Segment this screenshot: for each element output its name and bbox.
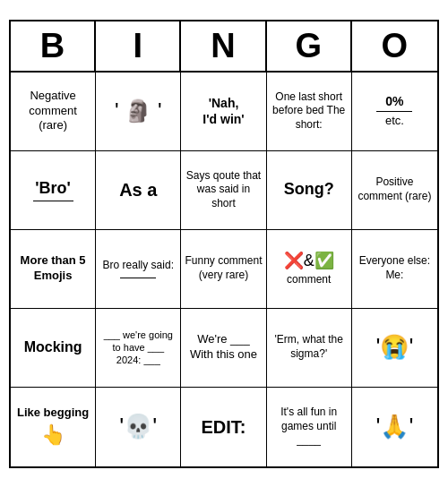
cell-r3c4: '😭' bbox=[352, 309, 437, 388]
cell-r4c1: '💀' bbox=[96, 388, 181, 466]
cell-text-r3c1: ___ we're going to have ___ 2024: ___ bbox=[99, 329, 177, 367]
cell-text-r2c4: Everyone else:Me: bbox=[359, 254, 430, 282]
cell-r0c3: One last short before bed The short: bbox=[267, 73, 352, 151]
cell-r4c4: '🙏' bbox=[352, 388, 437, 466]
cell-text-r2c2: Funny comment (very rare) bbox=[185, 254, 262, 282]
bingo-card: B I N G O Negative comment (rare) ' 🗿 ' … bbox=[9, 20, 439, 468]
cell-line2-r1c0 bbox=[33, 201, 73, 201]
cell-r3c0: Mocking bbox=[11, 309, 96, 388]
cell-blank-r2c1 bbox=[120, 278, 156, 278]
cell-text-r0c2: 'Nah,I'd win' bbox=[202, 95, 244, 127]
header-g: G bbox=[267, 21, 352, 71]
cell-line-r0c4 bbox=[376, 111, 412, 112]
cell-content-r1c0: 'Bro' bbox=[33, 178, 73, 201]
cell-r4c3: It's all fun in games until ____ bbox=[267, 388, 352, 466]
cell-text-r4c0: Like begging bbox=[17, 406, 89, 421]
cell-r4c2: EDIT: bbox=[181, 388, 266, 466]
cell-emoji-r2c3: ❌&✅ bbox=[284, 251, 334, 271]
header-n: N bbox=[181, 21, 266, 71]
cell-r1c1: As a bbox=[96, 151, 181, 230]
bingo-grid: Negative comment (rare) ' 🗿 ' 'Nah,I'd w… bbox=[11, 73, 437, 466]
cell-r2c3: ❌&✅ comment bbox=[267, 230, 352, 309]
cell-edit-r4c2: EDIT: bbox=[201, 415, 246, 439]
cell-r0c0: Negative comment (rare) bbox=[11, 73, 96, 151]
cell-text-r3c3: 'Erm, what the sigma?' bbox=[271, 333, 348, 361]
cell-r3c2: We're ___ With this one bbox=[181, 309, 266, 388]
cell-mock-r3c0: Mocking bbox=[24, 338, 82, 357]
cell-r3c1: ___ we're going to have ___ 2024: ___ bbox=[96, 309, 181, 388]
cell-r0c2: 'Nah,I'd win' bbox=[181, 73, 266, 151]
cell-r1c3: Song? bbox=[267, 151, 352, 230]
cell-r0c1: ' 🗿 ' bbox=[96, 73, 181, 151]
cell-r4c0: Like begging 👆 bbox=[11, 388, 96, 466]
cell-r2c4: Everyone else:Me: bbox=[352, 230, 437, 309]
cell-r0c4: 0% etc. bbox=[352, 73, 437, 151]
cell-text-r0c0: Negative comment (rare) bbox=[14, 89, 91, 134]
cell-bro-r2c1: Bro really said: bbox=[103, 259, 174, 273]
header-i: I bbox=[96, 21, 181, 71]
cell-r3c3: 'Erm, what the sigma?' bbox=[267, 309, 352, 388]
cell-r1c4: Positive comment (rare) bbox=[352, 151, 437, 230]
cell-text-r2c0: More than 5 Emojis bbox=[14, 253, 91, 284]
cell-emoji-r4c1: '💀' bbox=[119, 412, 157, 442]
bingo-header: B I N G O bbox=[11, 21, 437, 73]
cell-icon-r4c0: 👆 bbox=[41, 423, 65, 449]
cell-emoji-r0c1: ' 🗿 ' bbox=[115, 97, 162, 124]
header-o: O bbox=[352, 21, 437, 71]
cell-r2c1: Bro really said: bbox=[96, 230, 181, 309]
cell-content-r2c3: ❌&✅ comment bbox=[284, 251, 334, 287]
cell-text-r4c3: It's all fun in games until ____ bbox=[271, 406, 348, 448]
cell-text-r3c2: We're ___ With this one bbox=[185, 332, 262, 363]
cell-emoji-r4c4: '🙏' bbox=[375, 412, 413, 442]
cell-song-r1c3: Song? bbox=[284, 179, 334, 200]
cell-r1c0: 'Bro' bbox=[11, 151, 96, 230]
cell-r2c0: More than 5 Emojis bbox=[11, 230, 96, 309]
cell-text-r1c2: Says qoute that was said in short bbox=[185, 169, 262, 211]
cell-content-r0c4: 0% etc. bbox=[376, 93, 412, 129]
cell-content-r4c0: Like begging 👆 bbox=[17, 406, 89, 448]
cell-r1c2: Says qoute that was said in short bbox=[181, 151, 266, 230]
cell-content-r2c1: Bro really said: bbox=[103, 259, 174, 279]
cell-text-r1c4: Positive comment (rare) bbox=[356, 175, 434, 203]
header-b: B bbox=[11, 21, 96, 71]
cell-text-r0c3: One last short before bed The short: bbox=[271, 90, 348, 132]
cell-comment-r2c3: comment bbox=[287, 273, 331, 287]
cell-etc-r0c4: etc. bbox=[385, 114, 404, 129]
cell-r2c2: Funny comment (very rare) bbox=[181, 230, 266, 309]
cell-bro-r1c0: 'Bro' bbox=[35, 178, 71, 199]
cell-emoji-r3c4: '😭' bbox=[375, 332, 413, 363]
cell-percent-r0c4: 0% bbox=[385, 93, 403, 109]
cell-asa-r1c1: As a bbox=[119, 178, 157, 201]
